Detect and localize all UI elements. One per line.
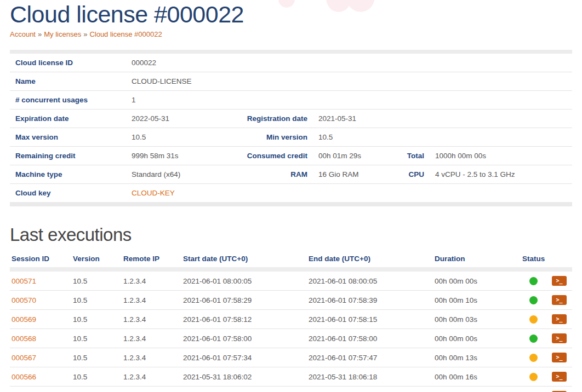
session-id-link[interactable]: 000570: [12, 296, 36, 304]
terminal-icon[interactable]: >_: [552, 372, 567, 382]
version-cell: 10.5: [71, 291, 122, 310]
column-header-version: Version: [71, 251, 122, 269]
detail-row-concurrent-usages: # concurrent usages 1: [10, 91, 572, 109]
detail-value: CLOUD-KEY: [126, 184, 572, 205]
end-date-cell: 2021-06-01 08:00:05: [307, 269, 433, 291]
breadcrumb-link-my-licenses[interactable]: My licenses: [44, 30, 81, 38]
duration-cell: 00h 00m 10s: [433, 291, 521, 310]
execution-row: 000569 10.5 1.2.3.4 2021-06-01 07:58:12 …: [10, 310, 572, 329]
remote-ip-cell: 1.2.3.4: [122, 269, 181, 291]
column-header-duration: Duration: [433, 251, 521, 269]
status-dot: [529, 277, 538, 285]
detail-value: Standard (x64): [126, 165, 241, 184]
detail-label: # concurrent usages: [10, 91, 126, 109]
detail-label: Cloud license ID: [10, 52, 126, 72]
terminal-icon[interactable]: >_: [552, 333, 567, 343]
duration-cell: 00h 00m 00s: [433, 269, 521, 291]
version-cell: 10.5: [71, 329, 122, 348]
session-id-link[interactable]: 000568: [12, 335, 36, 343]
start-date-cell: 2021-06-01 08:00:05: [181, 269, 307, 291]
start-date-cell: 2021-05-31 18:05:13: [181, 387, 307, 392]
detail-label: RAM: [241, 165, 310, 184]
start-date-cell: 2021-06-01 07:57:34: [181, 348, 307, 367]
remote-ip-cell: 1.2.3.4: [122, 329, 181, 348]
breadcrumb-separator: »: [83, 30, 87, 38]
session-id-link[interactable]: 000566: [12, 373, 36, 381]
detail-value: 16 Gio RAM: [310, 165, 384, 184]
executions-table: Session ID Version Remote IP Start date …: [10, 251, 572, 392]
column-header-remote-ip: Remote IP: [122, 251, 181, 269]
remote-ip-cell: 1.2.3.4: [122, 367, 181, 387]
cloud-license-page: Cloud license #000022 Account»My license…: [0, 0, 582, 392]
status-dot: [529, 335, 538, 343]
detail-row-cloud-license-id: Cloud license ID 000022: [10, 52, 572, 72]
column-header-start-date: Start date (UTC+0): [181, 251, 307, 269]
session-id-link[interactable]: 000567: [12, 354, 36, 362]
detail-row-credit: Remaining credit 999h 58m 31s Consumed c…: [10, 147, 572, 165]
last-executions-heading: Last executions: [10, 225, 572, 245]
detail-label: Registration date: [241, 109, 310, 128]
executions-header-row: Session ID Version Remote IP Start date …: [10, 251, 572, 269]
detail-label: Name: [10, 72, 126, 91]
license-details-table: Cloud license ID 000022 Name CLOUD-LICEN…: [10, 50, 572, 206]
column-header-status: Status: [521, 251, 547, 269]
detail-row-machine: Machine type Standard (x64) RAM 16 Gio R…: [10, 165, 572, 184]
breadcrumb-link-account[interactable]: Account: [10, 30, 36, 38]
detail-label: Min version: [241, 128, 310, 147]
status-dot: [529, 315, 538, 324]
start-date-cell: 2021-05-31 18:06:02: [181, 367, 307, 387]
detail-value: 1: [126, 91, 572, 109]
duration-cell: 00h 00m 00s: [433, 329, 521, 348]
detail-value: 2022-05-31: [126, 109, 241, 128]
execution-row: 000571 10.5 1.2.3.4 2021-06-01 08:00:05 …: [10, 269, 572, 291]
end-date-cell: 2021-05-31 18:06:00: [307, 387, 433, 392]
breadcrumb: Account»My licenses»Cloud license #00002…: [10, 30, 572, 38]
detail-label: Machine type: [10, 165, 126, 184]
execution-row: 000568 10.5 1.2.3.4 2021-06-01 07:58:00 …: [10, 329, 572, 348]
version-cell: 10.5: [71, 269, 122, 291]
session-id-link[interactable]: 000571: [12, 277, 36, 285]
status-dot: [529, 296, 538, 304]
duration-cell: 00h 00m 13s: [433, 348, 521, 367]
start-date-cell: 2021-06-01 07:58:29: [181, 291, 307, 310]
detail-value: 999h 58m 31s: [126, 147, 241, 165]
version-cell: 10.5: [71, 348, 122, 367]
start-date-cell: 2021-06-01 07:58:12: [181, 310, 307, 329]
detail-label: Consumed credit: [241, 147, 310, 165]
detail-label: Remaining credit: [10, 147, 126, 165]
execution-row: 000570 10.5 1.2.3.4 2021-06-01 07:58:29 …: [10, 291, 572, 310]
terminal-icon[interactable]: >_: [552, 295, 567, 305]
remote-ip-cell: 1.2.3.4: [122, 387, 181, 392]
breadcrumb-current-page[interactable]: Cloud license #000022: [89, 30, 162, 38]
terminal-icon[interactable]: >_: [552, 314, 567, 324]
detail-row-dates: Expiration date 2022-05-31 Registration …: [10, 109, 572, 128]
remote-ip-cell: 1.2.3.4: [122, 291, 181, 310]
terminal-icon[interactable]: >_: [552, 276, 567, 286]
terminal-icon[interactable]: >_: [552, 353, 567, 362]
status-dot: [529, 354, 538, 362]
version-cell: 10.5: [71, 367, 122, 387]
remote-ip-cell: 1.2.3.4: [122, 348, 181, 367]
detail-value: CLOUD-LICENSE: [126, 72, 572, 91]
execution-row: 000565 10.5 1.2.3.4 2021-05-31 18:05:13 …: [10, 387, 572, 392]
remote-ip-cell: 1.2.3.4: [122, 310, 181, 329]
detail-row-cloud-key: Cloud key CLOUD-KEY: [10, 184, 572, 205]
detail-label: Expiration date: [10, 109, 126, 128]
page-title: Cloud license #000022: [10, 0, 572, 27]
detail-label: Max version: [10, 128, 126, 147]
detail-label: Total: [384, 147, 426, 165]
session-id-link[interactable]: 000569: [12, 315, 36, 324]
cloud-key-link[interactable]: CLOUD-KEY: [132, 189, 175, 197]
end-date-cell: 2021-05-31 18:06:18: [307, 367, 433, 387]
detail-label: Cloud key: [10, 184, 126, 205]
execution-row: 000566 10.5 1.2.3.4 2021-05-31 18:06:02 …: [10, 367, 572, 387]
duration-cell: 00h 00m 16s: [433, 367, 521, 387]
duration-cell: 00h 00m 03s: [433, 310, 521, 329]
end-date-cell: 2021-06-01 07:58:15: [307, 310, 433, 329]
duration-cell: 00h 00m 47s: [433, 387, 521, 392]
end-date-cell: 2021-06-01 07:58:39: [307, 291, 433, 310]
version-cell: 10.5: [71, 310, 122, 329]
detail-label: CPU: [384, 165, 426, 184]
column-header-end-date: End date (UTC+0): [307, 251, 433, 269]
detail-value: 4 vCPU - 2.5 to 3.1 GHz: [426, 165, 572, 184]
